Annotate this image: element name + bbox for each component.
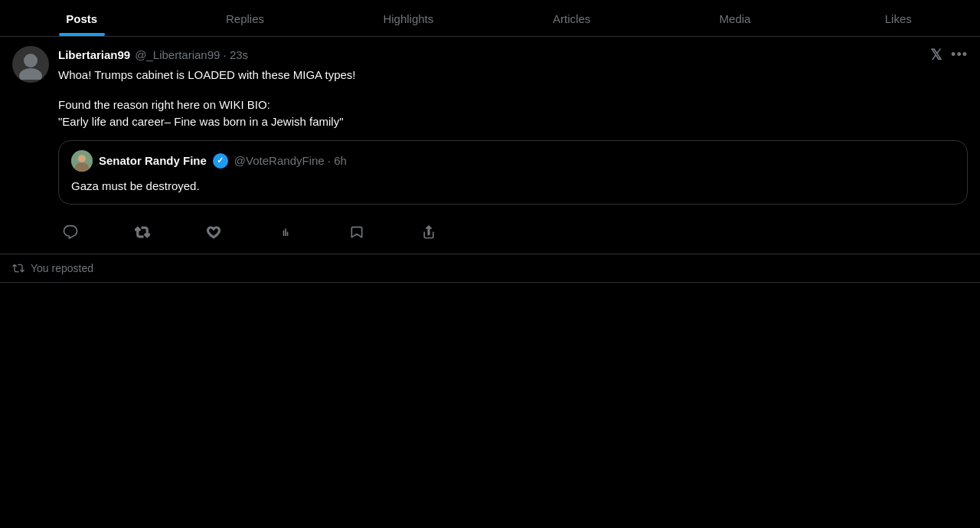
- post-meta-left: Libertarian99 @_Libertarian99 · 23s: [58, 48, 248, 61]
- retweet-button[interactable]: [130, 220, 155, 244]
- tab-highlights[interactable]: Highlights: [327, 0, 490, 36]
- quote-handle: @VoteRandyFine: [234, 154, 325, 167]
- quote-time: 6h: [334, 154, 347, 167]
- post-time: 23s: [230, 48, 248, 61]
- post-header: Libertarian99 @_Libertarian99 · 23s 𝕏 ••…: [12, 46, 968, 254]
- verified-badge-icon: [213, 153, 228, 169]
- post-container: Libertarian99 @_Libertarian99 · 23s 𝕏 ••…: [0, 37, 980, 254]
- tab-likes-label: Likes: [885, 12, 912, 25]
- avatar[interactable]: [12, 46, 49, 83]
- post-username[interactable]: Libertarian99: [58, 48, 130, 61]
- tab-media-label: Media: [720, 12, 751, 25]
- tab-posts-label: Posts: [66, 12, 97, 25]
- quote-text: Gaza must be destroyed.: [71, 178, 955, 195]
- tab-likes[interactable]: Likes: [817, 0, 980, 36]
- x-logo-icon: 𝕏: [930, 46, 942, 64]
- quote-tweet-header: Senator Randy Fine @VoteRandyFine · 6h: [71, 150, 955, 172]
- views-icon: [278, 225, 293, 240]
- quote-name[interactable]: Senator Randy Fine: [99, 154, 207, 167]
- reply-icon: [63, 225, 78, 240]
- post-text: Whoa! Trumps cabinet is LOADED with thes…: [58, 67, 968, 131]
- post-meta-right: 𝕏 •••: [930, 46, 968, 64]
- tab-media[interactable]: Media: [653, 0, 816, 36]
- quote-tweet[interactable]: Senator Randy Fine @VoteRandyFine · 6h G…: [58, 140, 968, 205]
- svg-point-0: [24, 54, 38, 67]
- svg-point-3: [78, 155, 86, 162]
- quote-avatar: [71, 150, 93, 172]
- more-options-icon[interactable]: •••: [951, 47, 968, 63]
- share-icon: [421, 225, 436, 240]
- views-button[interactable]: [273, 220, 298, 244]
- like-button[interactable]: [201, 220, 226, 244]
- tab-posts[interactable]: Posts: [0, 0, 163, 36]
- post-content: Libertarian99 @_Libertarian99 · 23s 𝕏 ••…: [58, 46, 968, 254]
- tab-articles[interactable]: Articles: [490, 0, 653, 36]
- post-handle: @_Libertarian99: [135, 48, 220, 61]
- repost-footer-icon: [12, 262, 24, 274]
- retweet-icon: [135, 225, 150, 240]
- like-icon: [206, 225, 221, 240]
- post-text-spacer: [58, 84, 968, 97]
- post-meta-row: Libertarian99 @_Libertarian99 · 23s 𝕏 ••…: [58, 46, 968, 64]
- tab-replies-label: Replies: [226, 12, 264, 25]
- svg-point-1: [19, 68, 42, 80]
- tab-highlights-label: Highlights: [383, 12, 433, 25]
- quote-handle-time: @VoteRandyFine · 6h: [234, 154, 347, 167]
- action-bar: [58, 214, 441, 254]
- tab-bar: Posts Replies Highlights Articles Media …: [0, 0, 980, 37]
- repost-footer-text: You reposted: [31, 262, 93, 274]
- post-text-line3: Found the reason right here on WIKI BIO:: [58, 97, 968, 114]
- tab-replies[interactable]: Replies: [163, 0, 326, 36]
- tab-articles-label: Articles: [553, 12, 590, 25]
- repost-footer: You reposted: [0, 254, 980, 283]
- share-button[interactable]: [416, 220, 441, 244]
- bookmark-button[interactable]: [345, 220, 369, 244]
- post-handle-time: @_Libertarian99 · 23s: [135, 48, 248, 61]
- reply-button[interactable]: [58, 220, 83, 244]
- post-text-line1: Whoa! Trumps cabinet is LOADED with thes…: [58, 67, 968, 84]
- bookmark-icon: [349, 225, 364, 240]
- post-text-line4: "Early life and career– Fine was born in…: [58, 113, 968, 131]
